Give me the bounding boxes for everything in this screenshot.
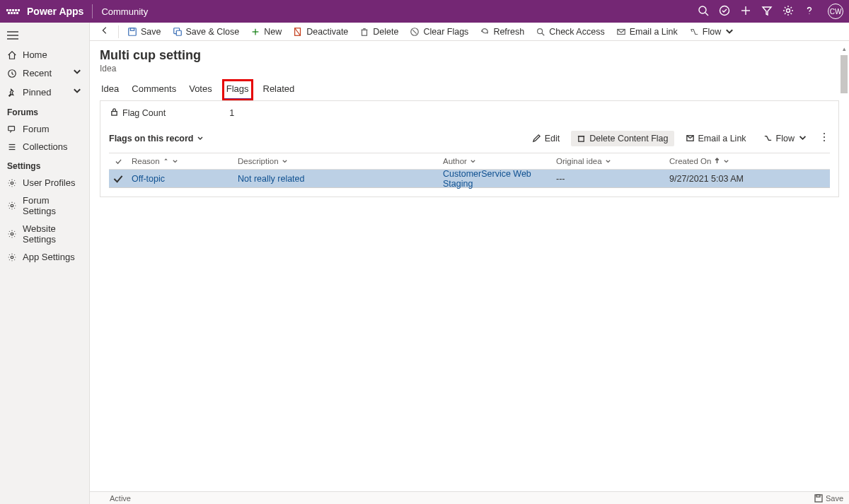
row-checkbox[interactable]: [109, 174, 127, 184]
nav-label: Collections: [23, 141, 68, 152]
col-label: Description: [238, 157, 279, 165]
cmd-label: Save: [141, 27, 161, 37]
nav-label: App Settings: [23, 252, 75, 262]
help-icon[interactable]: [804, 5, 815, 18]
tab-idea[interactable]: Idea: [100, 81, 120, 100]
nav-label: Forum: [23, 124, 50, 134]
edit-button[interactable]: Edit: [526, 131, 566, 146]
svg-line-33: [542, 33, 545, 35]
tab-related[interactable]: Related: [262, 81, 296, 100]
cmd-label: Clear Flags: [423, 27, 468, 37]
nav-home[interactable]: Home: [0, 46, 89, 64]
chevron-down-icon: [72, 86, 82, 98]
column-author[interactable]: Author: [439, 153, 552, 169]
environment-name[interactable]: Community: [101, 6, 148, 17]
tab-comments[interactable]: Comments: [130, 81, 178, 100]
app-launcher-icon[interactable]: [6, 4, 20, 18]
status-save-label: Save: [826, 494, 843, 503]
nav-user-profiles[interactable]: User Profiles: [0, 174, 89, 192]
chevron-down-icon: [724, 27, 734, 37]
hamburger-icon[interactable]: [0, 27, 89, 46]
svg-point-0: [699, 6, 706, 13]
email-link-button[interactable]: Email a Link: [612, 25, 682, 39]
task-icon[interactable]: [719, 5, 730, 18]
deactivate-button[interactable]: Deactivate: [289, 25, 352, 39]
more-commands-icon[interactable]: [819, 129, 830, 147]
vertical-scrollbar[interactable]: ▴: [840, 45, 848, 504]
lock-icon: [110, 108, 118, 118]
svg-point-15: [11, 182, 13, 184]
nav-website-settings[interactable]: Website Settings: [0, 220, 89, 248]
column-reason[interactable]: Reason: [127, 153, 233, 169]
page-title: Multi cup setting: [100, 48, 839, 63]
svg-line-1: [705, 13, 708, 16]
flow-button[interactable]: Flow: [685, 25, 739, 39]
svg-point-41: [824, 140, 825, 141]
tab-flags[interactable]: Flags: [224, 81, 252, 100]
column-created-on[interactable]: Created On: [665, 153, 830, 169]
nav-label: Forum Settings: [23, 195, 82, 216]
svg-point-40: [824, 136, 825, 138]
cell-description: Not really related: [233, 174, 439, 184]
nav-label: Home: [23, 49, 47, 60]
back-button[interactable]: [96, 23, 114, 40]
svg-rect-35: [112, 112, 117, 116]
home-icon: [7, 50, 17, 60]
plus-icon[interactable]: [740, 5, 751, 18]
gear-icon: [7, 252, 17, 262]
pin-icon: [7, 88, 17, 98]
flag-count-value: 1: [229, 108, 234, 118]
btn-label: Edit: [545, 134, 560, 143]
column-original-idea[interactable]: Original idea: [552, 153, 665, 169]
nav-pinned[interactable]: Pinned: [0, 83, 89, 102]
cell-original-idea: ---: [552, 174, 665, 184]
save-close-button[interactable]: Save & Close: [168, 25, 244, 39]
clear-flags-button[interactable]: Clear Flags: [405, 25, 473, 39]
filter-icon[interactable]: [761, 5, 773, 18]
nav-recent[interactable]: Recent: [0, 64, 89, 83]
nav-forum[interactable]: Forum: [0, 120, 89, 138]
chevron-down-icon[interactable]: [197, 135, 204, 142]
svg-rect-27: [362, 30, 367, 35]
status-save-button[interactable]: Save: [814, 494, 843, 503]
search-icon[interactable]: [698, 5, 709, 18]
svg-line-31: [413, 30, 417, 33]
clock-icon: [7, 69, 17, 78]
chevron-down-icon: [723, 158, 729, 165]
email-link-button-sub[interactable]: Email a Link: [680, 131, 752, 146]
gear-icon: [7, 201, 17, 211]
nav-app-settings[interactable]: App Settings: [0, 248, 89, 266]
grid-row[interactable]: Off-topic Not really related CustomerSer…: [109, 170, 830, 188]
save-button[interactable]: Save: [123, 25, 166, 39]
cmd-label: Flow: [703, 27, 721, 37]
btn-label: Flow: [776, 134, 795, 143]
svg-point-6: [809, 13, 809, 13]
nav-forum-settings[interactable]: Forum Settings: [0, 192, 89, 220]
nav-label: Website Settings: [23, 223, 82, 245]
delete-content-flag-button[interactable]: Delete Content Flag: [571, 131, 674, 146]
refresh-button[interactable]: Refresh: [475, 25, 529, 39]
new-button[interactable]: New: [246, 25, 286, 39]
cell-reason[interactable]: Off-topic: [127, 174, 233, 184]
tab-votes[interactable]: Votes: [187, 81, 214, 100]
user-avatar[interactable]: CW: [828, 4, 843, 19]
svg-point-2: [720, 6, 729, 15]
topbar-divider: [92, 4, 93, 18]
check-access-button[interactable]: Check Access: [531, 25, 609, 39]
select-all-column[interactable]: [109, 153, 127, 169]
delete-button[interactable]: Delete: [355, 25, 403, 39]
settings-icon[interactable]: [782, 5, 794, 18]
chevron-down-icon: [470, 158, 476, 165]
cell-author[interactable]: CustomerService Web Staging: [439, 169, 552, 189]
forum-icon: [7, 124, 17, 134]
svg-rect-44: [816, 495, 820, 497]
flow-button-sub[interactable]: Flow: [758, 131, 813, 146]
grid-header: Reason Description Author Original idea …: [109, 153, 830, 170]
app-title: Power Apps: [27, 6, 83, 17]
chevron-down-icon: [172, 158, 178, 165]
svg-point-39: [824, 133, 825, 134]
svg-rect-20: [130, 28, 134, 30]
column-description[interactable]: Description: [233, 153, 439, 169]
nav-collections[interactable]: Collections: [0, 138, 89, 156]
col-label: Original idea: [556, 157, 602, 165]
